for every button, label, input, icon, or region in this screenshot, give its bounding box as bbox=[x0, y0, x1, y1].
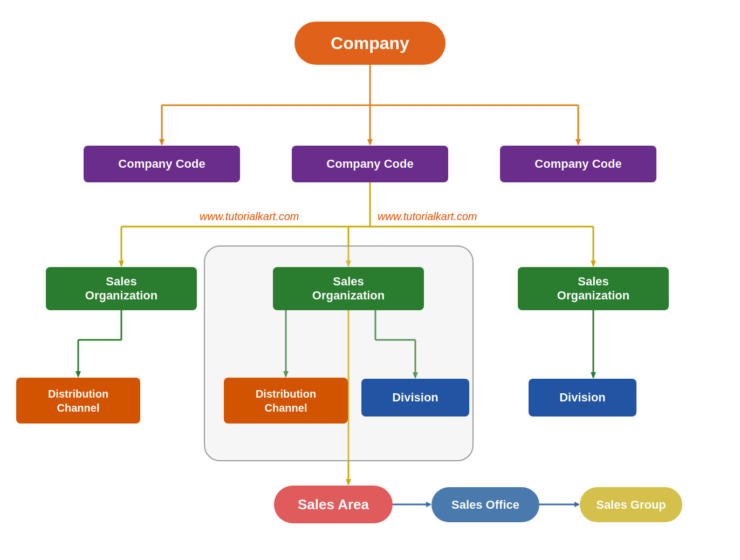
distribution-channel-node-2: DistributionChannel bbox=[224, 378, 348, 424]
dist-channel-label-2: DistributionChannel bbox=[256, 387, 316, 415]
dist-channel-label-1: DistributionChannel bbox=[48, 387, 108, 415]
svg-marker-5 bbox=[367, 139, 373, 146]
division-node-1: Division bbox=[361, 379, 469, 416]
distribution-channel-node-1: DistributionChannel bbox=[16, 378, 140, 424]
sales-org-node-2: SalesOrganization bbox=[273, 267, 424, 310]
svg-marker-29 bbox=[346, 479, 351, 486]
company-code-label-2: Company Code bbox=[326, 157, 413, 171]
sales-office-label: Sales Office bbox=[451, 498, 519, 512]
svg-marker-15 bbox=[591, 261, 596, 267]
division-node-2: Division bbox=[529, 379, 636, 416]
svg-marker-27 bbox=[591, 372, 596, 379]
sales-org-label-2: SalesOrganization bbox=[312, 275, 385, 303]
sales-group-node: Sales Group bbox=[580, 487, 682, 522]
sales-org-label-1: SalesOrganization bbox=[85, 275, 157, 303]
sales-org-node-1: SalesOrganization bbox=[46, 267, 197, 310]
sales-area-node: Sales Area bbox=[274, 486, 393, 523]
division-label-2: Division bbox=[559, 391, 606, 405]
svg-marker-31 bbox=[426, 502, 431, 507]
svg-marker-19 bbox=[76, 371, 81, 378]
diagram-container: Company Company Code Company Code Compan… bbox=[0, 0, 740, 560]
company-code-label-1: Company Code bbox=[118, 157, 205, 171]
division-label-1: Division bbox=[392, 391, 438, 405]
svg-marker-11 bbox=[119, 261, 124, 267]
svg-marker-3 bbox=[159, 139, 165, 146]
company-label: Company bbox=[331, 33, 409, 53]
company-code-node-2: Company Code bbox=[292, 146, 448, 182]
sales-org-label-3: SalesOrganization bbox=[557, 275, 629, 303]
sales-office-node: Sales Office bbox=[431, 487, 539, 522]
watermark-1: www.tutorialkart.com bbox=[200, 210, 299, 223]
company-code-node-3: Company Code bbox=[500, 146, 656, 182]
sales-group-label: Sales Group bbox=[596, 498, 666, 512]
company-code-label-3: Company Code bbox=[535, 157, 621, 171]
sales-area-label: Sales Area bbox=[298, 496, 369, 513]
svg-marker-7 bbox=[575, 139, 581, 146]
watermark-2: www.tutorialkart.com bbox=[378, 210, 477, 223]
company-node: Company bbox=[294, 22, 446, 65]
company-code-node-1: Company Code bbox=[84, 146, 240, 182]
svg-marker-33 bbox=[574, 502, 580, 507]
sales-org-node-3: SalesOrganization bbox=[518, 267, 669, 310]
